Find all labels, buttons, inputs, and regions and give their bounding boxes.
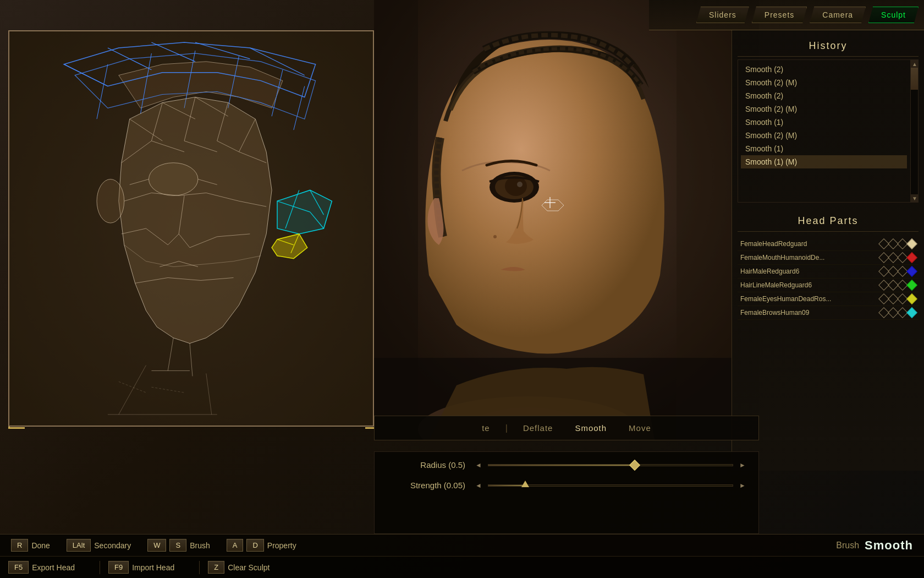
radius-handle[interactable]	[630, 460, 641, 471]
import-label: Import Head	[132, 563, 174, 572]
brush-key-label: Brush	[190, 541, 210, 550]
scrollbar-thumb[interactable]	[911, 68, 919, 90]
svg-point-75	[517, 182, 522, 187]
diamond-filled-yellow	[906, 293, 917, 304]
head-part-name-3: HairLineMaleRedguard6	[740, 281, 880, 289]
brush-indicator-label: Brush	[836, 541, 859, 550]
head-part-icons-2	[880, 268, 916, 275]
radius-label: Radius (0.5)	[386, 460, 474, 470]
strength-handle[interactable]	[521, 481, 529, 487]
head-part-name-0: FemaleHeadRedguard	[740, 240, 880, 248]
head-part-row-1[interactable]: FemaleMouthHumanoidDe...	[738, 251, 919, 265]
sliders-tab[interactable]: Sliders	[696, 7, 749, 23]
presets-tab[interactable]: Presets	[752, 7, 807, 23]
radius-arrow-right[interactable]: ►	[738, 461, 747, 469]
f5-key[interactable]: F5	[8, 561, 29, 574]
diamond-filled-cyan	[906, 307, 917, 318]
scrollbar-down[interactable]: ▼	[911, 194, 919, 202]
property-binding: A D Property	[227, 539, 296, 552]
wireframe-viewport[interactable]	[8, 30, 374, 427]
history-scrollbar[interactable]: ▲ ▼	[910, 60, 918, 202]
head-part-row-0[interactable]: FemaleHeadRedguard	[738, 237, 919, 251]
move-tool[interactable]: Move	[618, 419, 662, 437]
camera-tab[interactable]: Camera	[810, 7, 866, 23]
history-item-4[interactable]: Smooth (1)	[741, 116, 907, 129]
head-part-name-5: FemaleBrowsHuman09	[740, 309, 880, 317]
bottom-bar: R Done LAlt Secondary W S Brush A D Prop…	[0, 534, 924, 556]
smooth-tool[interactable]: Smooth	[564, 419, 618, 437]
clear-binding: Z Clear Sculpt	[208, 561, 270, 574]
history-item-5[interactable]: Smooth (2) (M)	[741, 129, 907, 142]
separator-2	[199, 561, 200, 574]
svg-point-76	[493, 235, 497, 238]
history-item-2[interactable]: Smooth (2)	[741, 89, 907, 102]
secondary-binding: LAlt Secondary	[67, 539, 131, 552]
brush-indicator: Brush Smooth	[836, 538, 913, 553]
lalt-key[interactable]: LAlt	[67, 539, 91, 552]
a-key[interactable]: A	[227, 539, 244, 552]
strength-slider-row: Strength (0.05) ◄ ►	[386, 481, 747, 490]
head-parts-title: Head Parts	[738, 211, 919, 232]
w-key[interactable]: W	[147, 539, 166, 552]
head-part-name-1: FemaleMouthHumanoidDe...	[740, 254, 880, 261]
strength-fill	[488, 485, 525, 486]
bottom-row: F5 Export Head F9 Import Head Z Clear Sc…	[0, 556, 924, 578]
head-part-row-4[interactable]: FemaleEyesHumanDeadRos...	[738, 292, 919, 306]
head-part-icons-5	[880, 309, 916, 317]
property-key-label: Property	[267, 541, 296, 550]
radius-track[interactable]	[488, 464, 733, 466]
scrollbar-up[interactable]: ▲	[911, 60, 919, 68]
radius-slider-row: Radius (0.5) ◄ ►	[386, 460, 747, 470]
f9-key[interactable]: F9	[108, 561, 129, 574]
r-key[interactable]: R	[11, 539, 28, 552]
radius-fill	[488, 465, 635, 466]
s-key[interactable]: S	[169, 539, 186, 552]
head-part-icons-0	[880, 240, 916, 248]
head-part-row-5[interactable]: FemaleBrowsHuman09	[738, 306, 919, 320]
strength-arrow-right[interactable]: ►	[738, 482, 747, 489]
svg-point-27	[148, 163, 197, 196]
done-binding: R Done	[11, 539, 50, 552]
head-part-icons-3	[880, 281, 916, 289]
done-label: Done	[31, 541, 50, 550]
head-part-row-2[interactable]: HairMaleRedguard6	[738, 265, 919, 279]
brush-tool-partial: te	[471, 419, 501, 437]
clear-label: Clear Sculpt	[228, 563, 270, 572]
deflate-tool[interactable]: Deflate	[512, 419, 564, 437]
svg-point-47	[97, 179, 124, 223]
diamond-filled-red	[906, 252, 917, 263]
history-item-1[interactable]: Smooth (2) (M)	[741, 76, 907, 89]
history-item-3[interactable]: Smooth (2) (M)	[741, 102, 907, 116]
strength-arrow-left[interactable]: ◄	[474, 482, 483, 489]
head-parts-section: Head Parts FemaleHeadRedguard FemaleMout…	[738, 211, 919, 323]
radius-arrow-left[interactable]: ◄	[474, 461, 483, 469]
import-binding: F9 Import Head	[108, 561, 174, 574]
diamond-filled-green	[906, 280, 917, 291]
head-part-name-2: HairMaleRedguard6	[740, 268, 880, 275]
history-item-6[interactable]: Smooth (1)	[741, 142, 907, 155]
diamond-filled-white	[906, 238, 917, 249]
head-part-icons-1	[880, 254, 916, 261]
brush-tools-bar: te | Deflate Smooth Move	[374, 416, 759, 440]
d-key[interactable]: D	[246, 539, 263, 552]
head-part-icons-4	[880, 295, 916, 303]
history-container[interactable]: Smooth (2) Smooth (2) (M) Smooth (2) Smo…	[738, 59, 919, 203]
separator-1	[100, 561, 100, 574]
character-render	[374, 0, 759, 440]
head-part-name-4: FemaleEyesHumanDeadRos...	[740, 295, 880, 303]
brush-binding: W S Brush	[147, 539, 210, 552]
history-item-0[interactable]: Smooth (2)	[741, 63, 907, 76]
brush-indicator-name: Smooth	[865, 538, 913, 553]
z-key[interactable]: Z	[208, 561, 224, 574]
sculpt-tab[interactable]: Sculpt	[868, 7, 919, 23]
head-part-row-3[interactable]: HairLineMaleRedguard6	[738, 279, 919, 292]
right-panel: History Smooth (2) Smooth (2) (M) Smooth…	[732, 30, 924, 471]
wireframe-mesh	[9, 31, 373, 426]
history-list: Smooth (2) Smooth (2) (M) Smooth (2) Smo…	[738, 60, 918, 171]
secondary-label: Secondary	[94, 541, 131, 550]
strength-track[interactable]	[488, 484, 733, 487]
character-viewport[interactable]	[374, 0, 759, 440]
history-item-7[interactable]: Smooth (1) (M)	[741, 155, 907, 168]
head-parts-list: FemaleHeadRedguard FemaleMouthHumanoidDe…	[738, 235, 919, 323]
diamond-filled-blue	[906, 266, 917, 277]
